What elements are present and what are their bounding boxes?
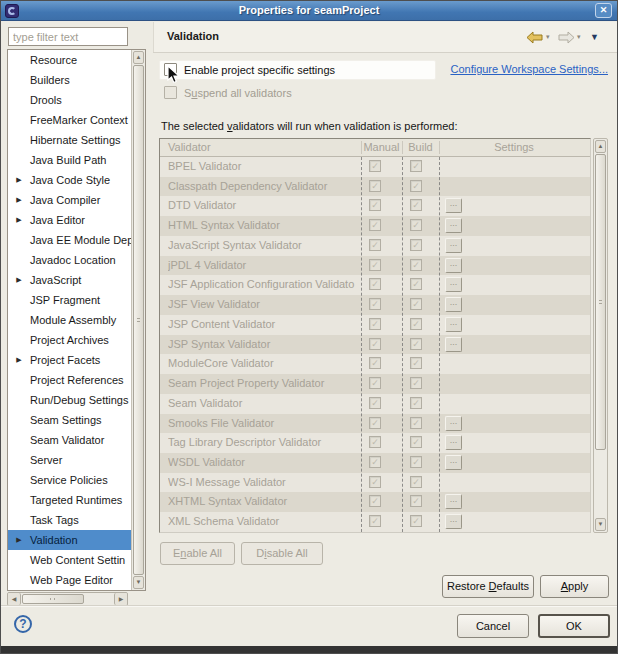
close-button[interactable]: ✕ [595,3,612,18]
build-checkbox[interactable]: ✓ [410,160,422,172]
table-vertical-scrollbar[interactable]: ▲ ▼ [593,138,608,533]
tree-item[interactable]: ▶ Server [8,450,131,470]
validator-row[interactable]: Tag Library Descriptor Validator ✓ ✓ ... [160,433,590,453]
tree-item[interactable]: ▶ Project Facets [8,350,131,370]
tree-item[interactable]: ▶ JSP Fragment [8,290,131,310]
scroll-right-icon[interactable]: ▶ [114,593,127,605]
manual-checkbox[interactable]: ✓ [369,239,381,251]
tree-item[interactable]: ▶ Builders [8,70,131,90]
table-scrollbar-thumb[interactable] [595,154,606,450]
expand-arrow-icon[interactable]: ▶ [13,210,25,230]
validator-row[interactable]: jPDL 4 Validator ✓ ✓ ... [160,256,590,276]
manual-checkbox[interactable]: ✓ [369,397,381,409]
validator-row[interactable]: JSP Syntax Validator ✓ ✓ ... [160,335,590,355]
build-checkbox[interactable]: ✓ [410,278,422,290]
manual-checkbox[interactable]: ✓ [369,318,381,330]
validator-row[interactable]: JSF Application Configuration Validato ✓… [160,275,590,295]
manual-checkbox[interactable]: ✓ [369,377,381,389]
build-checkbox[interactable]: ✓ [410,338,422,350]
build-checkbox[interactable]: ✓ [410,476,422,488]
manual-checkbox[interactable]: ✓ [369,160,381,172]
validator-row[interactable]: WSDL Validator ✓ ✓ ... [160,453,590,473]
scroll-down-icon[interactable]: ▼ [595,518,606,531]
scroll-down-icon[interactable]: ▼ [133,576,144,589]
build-checkbox[interactable]: ✓ [410,436,422,448]
build-checkbox[interactable]: ✓ [410,357,422,369]
scroll-up-icon[interactable]: ▲ [133,51,144,64]
tree-item[interactable]: ▶ Module Assembly [8,310,131,330]
filter-input[interactable] [8,27,128,46]
build-checkbox[interactable]: ✓ [410,259,422,271]
back-dropdown-chevron-icon[interactable]: ▾ [546,33,550,41]
tree-scrollbar-thumb[interactable] [133,65,144,575]
settings-ellipsis-button[interactable]: ... [445,218,462,233]
validator-row[interactable]: DTD Validator ✓ ✓ ... [160,196,590,216]
validator-row[interactable]: Classpath Dependency Validator ✓ ✓ ... [160,177,590,197]
tree-item[interactable]: ▶ Java EE Module Dep [8,230,131,250]
settings-ellipsis-button[interactable]: ... [445,277,462,292]
back-icon[interactable] [526,31,544,44]
validator-row[interactable]: Seam Project Property Validator ✓ ✓ ... [160,374,590,394]
validator-row[interactable]: XML Schema Validator ✓ ✓ ... [160,512,590,532]
validator-row[interactable]: ModuleCore Validator ✓ ✓ ... [160,354,590,374]
manual-checkbox[interactable]: ✓ [369,417,381,429]
tree-item[interactable]: ▶ Web Page Editor [8,570,131,590]
tree-item[interactable]: ▶ Resource [8,50,131,70]
expand-arrow-icon[interactable]: ▶ [13,350,25,370]
build-checkbox[interactable]: ✓ [410,219,422,231]
settings-ellipsis-button[interactable]: ... [445,416,462,431]
configure-workspace-settings-link[interactable]: Configure Workspace Settings... [450,63,608,75]
apply-button[interactable]: Apply [540,575,609,598]
expand-arrow-icon[interactable]: ▶ [13,530,25,550]
build-checkbox[interactable]: ✓ [410,397,422,409]
tree-item[interactable]: ▶ Run/Debug Settings [8,390,131,410]
build-checkbox[interactable]: ✓ [410,318,422,330]
validator-row[interactable]: HTML Syntax Validator ✓ ✓ ... [160,216,590,236]
validator-row[interactable]: JavaScript Syntax Validator ✓ ✓ ... [160,236,590,256]
build-checkbox[interactable]: ✓ [410,495,422,507]
tree-item[interactable]: ▶ Project References [8,370,131,390]
settings-ellipsis-button[interactable]: ... [445,494,462,509]
ok-button[interactable]: OK [538,614,610,638]
tree-item[interactable]: ▶ Java Editor [8,210,131,230]
tree-item[interactable]: ▶ Javadoc Location [8,250,131,270]
cancel-button[interactable]: Cancel [457,614,529,638]
validator-row[interactable]: XHTML Syntax Validator ✓ ✓ ... [160,492,590,512]
tree-item[interactable]: ▶ Web Content Settin [8,550,131,570]
manual-checkbox[interactable]: ✓ [369,515,381,527]
validator-row[interactable]: Smooks File Validator ✓ ✓ ... [160,414,590,434]
manual-checkbox[interactable]: ✓ [369,180,381,192]
tree-item[interactable]: ▶ Java Build Path [8,150,131,170]
build-checkbox[interactable]: ✓ [410,417,422,429]
tree-item[interactable]: ▶ Service Policies [8,470,131,490]
settings-ellipsis-button[interactable]: ... [445,317,462,332]
manual-checkbox[interactable]: ✓ [369,278,381,290]
tree-item[interactable]: ▶ Task Tags [8,510,131,530]
manual-checkbox[interactable]: ✓ [369,495,381,507]
validator-row[interactable]: BPEL Validator ✓ ✓ ... [160,157,590,177]
build-checkbox[interactable]: ✓ [410,298,422,310]
view-menu-icon[interactable]: ▼ [590,32,599,42]
tree-item[interactable]: ▶ Java Compiler [8,190,131,210]
manual-checkbox[interactable]: ✓ [369,436,381,448]
build-checkbox[interactable]: ✓ [410,239,422,251]
settings-ellipsis-button[interactable]: ... [445,514,462,529]
tree-item[interactable]: ▶ Java Code Style [8,170,131,190]
settings-ellipsis-button[interactable]: ... [445,455,462,470]
tree-hscrollbar-thumb[interactable] [22,594,84,604]
tree-item[interactable]: ▶ Targeted Runtimes [8,490,131,510]
settings-ellipsis-button[interactable]: ... [445,297,462,312]
tree-item[interactable]: ▶ JavaScript [8,270,131,290]
expand-arrow-icon[interactable]: ▶ [13,170,25,190]
settings-ellipsis-button[interactable]: ... [445,337,462,352]
manual-checkbox[interactable]: ✓ [369,476,381,488]
validator-row[interactable]: Seam Validator ✓ ✓ ... [160,394,590,414]
manual-checkbox[interactable]: ✓ [369,219,381,231]
manual-checkbox[interactable]: ✓ [369,338,381,350]
tree-item[interactable]: ▶ Drools [8,90,131,110]
validator-row[interactable]: WS-I Message Validator ✓ ✓ ... [160,473,590,493]
settings-ellipsis-button[interactable]: ... [445,198,462,213]
expand-arrow-icon[interactable]: ▶ [13,270,25,290]
manual-checkbox[interactable]: ✓ [369,456,381,468]
tree-vertical-scrollbar[interactable]: ▲ ▼ [131,50,145,590]
